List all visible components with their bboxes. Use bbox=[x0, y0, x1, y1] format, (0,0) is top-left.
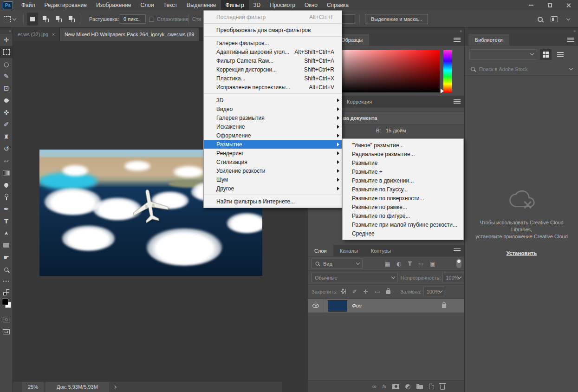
subtract-from-selection-button[interactable] bbox=[53, 13, 64, 26]
type-tool[interactable] bbox=[0, 215, 13, 227]
new-layer-icon[interactable] bbox=[429, 384, 434, 389]
adjustment-layer-icon[interactable] bbox=[405, 384, 410, 389]
menubar-item[interactable]: Изображение bbox=[91, 0, 136, 10]
blur-submenu-item[interactable]: Среднее bbox=[343, 229, 463, 238]
add-to-selection-button[interactable] bbox=[40, 13, 51, 26]
lasso-tool[interactable] bbox=[0, 58, 13, 70]
blur-submenu-item[interactable]: Размытие в движении... bbox=[343, 176, 463, 185]
layers-tab[interactable]: Контуры bbox=[364, 245, 397, 256]
tab-close-icon[interactable]: × bbox=[52, 32, 55, 37]
filter-menu-item[interactable]: Последний фильтр Alt+Ctrl+F bbox=[204, 13, 342, 21]
screen-mode-button[interactable] bbox=[0, 326, 13, 338]
filter-menu-item[interactable]: Преобразовать для смарт-фильтров bbox=[204, 26, 342, 34]
filter-menu-item[interactable]: Адаптивный широкий угол... Alt+Shift+Ctr… bbox=[204, 47, 342, 56]
tab-adjustments[interactable]: Коррекция bbox=[340, 96, 378, 107]
new-selection-button[interactable] bbox=[27, 13, 38, 26]
select-and-mask-button[interactable]: Выделение и маска... bbox=[365, 14, 428, 24]
list-view-button[interactable] bbox=[554, 49, 566, 60]
install-link[interactable]: Установить bbox=[507, 250, 537, 256]
tab-libraries[interactable]: Библиотеки bbox=[468, 34, 509, 46]
layers-tab[interactable]: Слои bbox=[308, 245, 333, 256]
filter-adjustment-layers-icon[interactable] bbox=[396, 261, 401, 267]
filter-pixel-layers-icon[interactable] bbox=[385, 261, 390, 267]
filter-menu-item[interactable]: Галерея фильтров... bbox=[204, 39, 342, 47]
adobe-stock-search[interactable]: Поиск в Adobe Stock bbox=[465, 63, 578, 76]
filter-menu-item[interactable]: 3D bbox=[204, 96, 342, 105]
lock-all-icon[interactable] bbox=[386, 290, 390, 294]
filter-shape-layers-icon[interactable] bbox=[418, 261, 423, 267]
opacity-select[interactable]: 100% bbox=[442, 273, 464, 282]
antialias-control[interactable]: Сглаживание bbox=[149, 10, 188, 28]
maximize-icon[interactable] bbox=[544, 1, 556, 9]
document-size-info[interactable]: Док: 5,93М/5,93М bbox=[45, 382, 109, 392]
blur-submenu-item[interactable]: Размытие при малой глубине резкости... bbox=[343, 220, 463, 229]
menubar-item[interactable]: Просмотр bbox=[265, 0, 300, 10]
rectangle-shape-tool[interactable] bbox=[0, 239, 13, 251]
rectangular-marquee-tool[interactable] bbox=[0, 46, 13, 58]
filter-smart-objects-icon[interactable] bbox=[430, 261, 435, 267]
clone-stamp-tool[interactable] bbox=[0, 131, 13, 143]
spot-healing-tool[interactable] bbox=[0, 106, 13, 118]
menubar-item[interactable]: Справка bbox=[322, 0, 353, 10]
layer-thumbnail[interactable] bbox=[328, 300, 347, 312]
panel-menu-icon[interactable] bbox=[454, 248, 461, 253]
blur-submenu-item[interactable]: Размытие bbox=[343, 158, 463, 167]
crop-tool[interactable] bbox=[0, 82, 13, 94]
panel-menu-icon[interactable] bbox=[567, 38, 574, 42]
eyedropper-tool[interactable] bbox=[0, 94, 13, 106]
path-selection-tool[interactable] bbox=[0, 227, 13, 239]
layer-filtering-toggle[interactable] bbox=[456, 259, 461, 268]
blur-submenu-item[interactable]: Размытие по Гауссу... bbox=[343, 185, 463, 194]
background-lock-icon[interactable] bbox=[442, 304, 446, 308]
layer-style-fx-icon[interactable] bbox=[382, 384, 386, 389]
layer-name[interactable]: Фон bbox=[352, 303, 362, 308]
menubar-item[interactable]: Фильтр bbox=[221, 0, 249, 10]
panel-menu-icon[interactable] bbox=[454, 99, 461, 104]
filter-menu-item[interactable]: Другое bbox=[204, 184, 342, 193]
foreground-color-swatch[interactable] bbox=[2, 299, 8, 305]
fill-select[interactable]: 100% bbox=[423, 287, 445, 296]
menubar-item[interactable]: Текст bbox=[159, 0, 182, 10]
menubar-item[interactable]: Выделение bbox=[182, 0, 221, 10]
menubar-item[interactable]: Слои bbox=[136, 0, 159, 10]
grid-view-button[interactable] bbox=[540, 49, 552, 60]
filter-type-layers-icon[interactable] bbox=[408, 261, 412, 267]
filter-menu-item[interactable]: Рендеринг bbox=[204, 149, 342, 157]
link-layers-icon[interactable] bbox=[372, 383, 377, 390]
menubar-item[interactable]: 3D bbox=[249, 0, 265, 10]
swap-colors-icon[interactable] bbox=[0, 287, 13, 297]
checkbox-icon[interactable] bbox=[149, 17, 154, 22]
new-group-icon[interactable] bbox=[416, 384, 423, 389]
eraser-tool[interactable] bbox=[0, 155, 13, 167]
move-tool[interactable] bbox=[0, 34, 13, 46]
dodge-tool[interactable] bbox=[0, 191, 13, 203]
filter-menu-item[interactable]: Найти фильтры в Интернете... bbox=[204, 197, 342, 206]
search-icon[interactable] bbox=[538, 10, 543, 28]
layer-filter-type-select[interactable]: Вид bbox=[312, 259, 363, 268]
hue-strip[interactable] bbox=[443, 50, 452, 92]
tool-preset-picker[interactable] bbox=[4, 10, 16, 28]
gradient-tool[interactable] bbox=[0, 167, 13, 179]
blur-tool[interactable] bbox=[0, 179, 13, 191]
filter-menu-item[interactable]: Коррекция дисторсии... Shift+Ctrl+R bbox=[204, 65, 342, 74]
minimize-icon[interactable] bbox=[525, 1, 537, 9]
edit-toolbar-button[interactable] bbox=[0, 275, 13, 287]
blur-submenu-item[interactable]: Размытие по рамке... bbox=[343, 203, 463, 211]
filter-menu-item[interactable]: Стилизация bbox=[204, 157, 342, 166]
blur-submenu-item[interactable]: Размытие + bbox=[343, 167, 463, 176]
blend-mode-select[interactable]: Обычные bbox=[312, 273, 398, 282]
document-tab-active[interactable]: New Mixed HD Wallpapers Pack 264_igoryk_… bbox=[60, 28, 199, 41]
brush-tool[interactable] bbox=[0, 118, 13, 131]
layer-row-background[interactable]: Фон bbox=[308, 299, 464, 313]
add-layer-mask-icon[interactable] bbox=[392, 384, 399, 389]
pen-tool[interactable] bbox=[0, 203, 13, 215]
hand-tool[interactable] bbox=[0, 251, 13, 263]
lock-transparency-icon[interactable] bbox=[341, 289, 346, 294]
filter-menu-item[interactable]: Видео bbox=[204, 105, 342, 113]
lock-artboard-icon[interactable]: ▭ bbox=[375, 288, 380, 295]
blur-submenu-item[interactable]: Размытие по фигуре... bbox=[343, 211, 463, 220]
document-tab[interactable]: er.ws (32).jpg × bbox=[13, 28, 60, 41]
blur-submenu-item[interactable]: Размытие по поверхности... bbox=[343, 194, 463, 203]
blur-submenu-item[interactable]: "Умное" размытие... bbox=[343, 141, 463, 150]
workspace-chevron-icon[interactable] bbox=[565, 10, 570, 28]
